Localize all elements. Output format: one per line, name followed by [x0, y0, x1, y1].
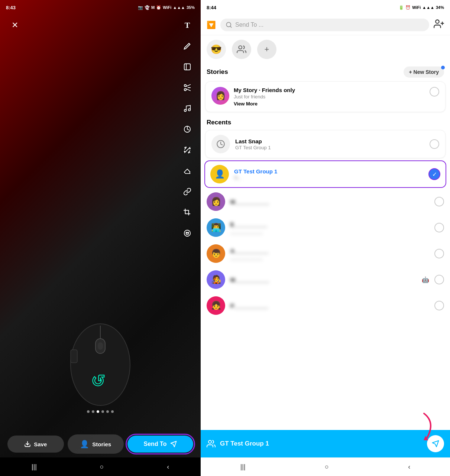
contact-5[interactable]: 🧑‍🎤 M___________ 🤖 — [201, 267, 450, 293]
quick-contact-add[interactable]: + — [257, 40, 276, 59]
add-friends-button[interactable] — [434, 19, 444, 31]
music-tool-icon[interactable] — [181, 102, 194, 115]
nav-back[interactable]: ‹ — [167, 463, 169, 471]
new-story-button[interactable]: + New Story — [404, 66, 444, 78]
draw-tool-icon[interactable] — [181, 39, 194, 53]
contact-3[interactable]: 👨‍💻 ह___________ ____________ — [201, 215, 450, 241]
contact-2[interactable]: 👩 M___________ — [201, 189, 450, 215]
dot-4 — [101, 410, 104, 413]
link-tool-icon[interactable] — [181, 185, 194, 198]
battery-left: 35% — [187, 5, 195, 10]
quick-contact-2[interactable] — [232, 40, 251, 59]
gt-group-sub: N... — [234, 175, 423, 180]
battery-right: 34% — [436, 5, 444, 10]
quick-contacts-row: 😎 + — [201, 35, 450, 63]
dots-indicator — [87, 410, 114, 413]
dot-1 — [87, 410, 90, 413]
magic-tool-icon[interactable] — [181, 143, 194, 157]
svg-line-26 — [230, 26, 231, 27]
my-story-subtitle: Just for friends — [234, 94, 425, 100]
nav-recent-apps-right[interactable]: ||| — [240, 463, 246, 471]
status-icons-right: 🔋 ⏰ WiFi ▲▲▲ 34% — [399, 5, 444, 10]
scissors-tool-icon[interactable] — [181, 81, 194, 94]
close-button[interactable]: ✕ — [7, 18, 22, 33]
status-bar-left: 8:43 📷 👻 M ⏰ WiFi ▲▲▲ 35% — [0, 0, 201, 15]
save-button[interactable]: Save — [7, 436, 64, 453]
view-more-link[interactable]: View More — [234, 101, 425, 107]
contact-5-checkbox[interactable] — [434, 275, 444, 284]
svg-point-22 — [188, 232, 189, 233]
last-snap-subtitle: GT Test Group 1 — [235, 145, 424, 150]
left-panel: ↺ 8:43 📷 👻 M ⏰ WiFi ▲▲▲ 35% ✕ T — [0, 0, 201, 476]
contact-3-sub: ____________ — [230, 228, 429, 234]
svg-point-33 — [208, 440, 211, 443]
last-snap-radio[interactable] — [430, 139, 439, 149]
send-to-button[interactable]: Send To — [127, 436, 193, 453]
send-arrow-icon — [432, 440, 439, 447]
filter-tool-icon[interactable] — [181, 123, 194, 136]
my-story-title: My Story · Friends only — [234, 87, 425, 93]
my-story-radio[interactable] — [430, 87, 439, 97]
eraser-tool-icon[interactable] — [181, 164, 194, 177]
right-panel: 8:44 🔋 ⏰ WiFi ▲▲▲ 34% 🔽 Send To ... 😎 + … — [201, 0, 450, 476]
gt-group-avatar: 👤 — [210, 165, 229, 183]
search-header: 🔽 Send To ... — [201, 15, 450, 35]
nav-bar-right: ||| ○ ‹ — [201, 457, 450, 476]
wifi-icon-right: WiFi — [412, 5, 421, 10]
search-placeholder: Send To ... — [235, 22, 263, 28]
nav-home[interactable]: ○ — [100, 463, 104, 471]
contact-4-checkbox[interactable] — [434, 249, 444, 258]
contact-4-name: A___________ — [230, 248, 429, 254]
recents-title: Recents — [207, 119, 231, 126]
contact-6[interactable]: 👧 P___________ — [201, 293, 450, 319]
gt-group-name: GT Test Group 1 — [234, 168, 423, 175]
time-left: 8:43 — [6, 5, 16, 10]
nav-back-right[interactable]: ‹ — [408, 463, 410, 471]
last-snap-card[interactable]: Last Snap GT Test Group 1 — [205, 130, 446, 158]
new-story-dot — [441, 66, 445, 69]
svg-line-11 — [186, 89, 190, 91]
stories-title: Stories — [207, 68, 228, 76]
dot-5 — [106, 410, 109, 413]
dot-3 — [97, 410, 99, 413]
my-story-card[interactable]: 👩 My Story · Friends only Just for frien… — [205, 81, 446, 112]
contact-3-name: ह___________ — [230, 221, 429, 228]
contact-5-name: M___________ — [230, 277, 417, 283]
contact-2-info: M___________ — [230, 199, 429, 205]
contact-6-checkbox[interactable] — [434, 301, 444, 310]
contact-list: 👤 GT Test Group 1 N... ✓ 👩 M___________ … — [201, 160, 450, 430]
text-tool-icon[interactable]: T — [181, 19, 194, 32]
snapchat-icon: 👻 — [145, 5, 150, 10]
svg-point-18 — [190, 148, 190, 149]
sticker-tool-icon[interactable] — [181, 60, 194, 74]
contact-3-info: ह___________ ____________ — [230, 221, 429, 234]
alarm-icon: ⏰ — [156, 5, 161, 10]
svg-point-21 — [186, 232, 187, 233]
gt-group-checkbox[interactable]: ✓ — [428, 168, 440, 180]
nav-home-right[interactable]: ○ — [325, 463, 329, 471]
contact-4-info: A___________ ____________ — [230, 248, 429, 260]
last-snap-avatar — [211, 135, 230, 153]
contact-gt-test-group[interactable]: 👤 GT Test Group 1 N... ✓ — [204, 160, 446, 188]
svg-point-13 — [184, 110, 187, 112]
contact-2-name: M___________ — [230, 199, 429, 205]
bottom-actions: Save 👤 Stories Send To — [0, 434, 201, 454]
nav-recent-apps[interactable]: ||| — [32, 463, 37, 471]
status-icons-left: 📷 👻 M ⏰ WiFi ▲▲▲ 35% — [138, 5, 195, 10]
contact-2-checkbox[interactable] — [434, 197, 444, 206]
last-snap-title: Last Snap — [235, 138, 424, 144]
send-bar-group-name: GT Test Group 1 — [220, 440, 423, 447]
svg-text:↺: ↺ — [91, 372, 105, 390]
contact-3-checkbox[interactable] — [434, 223, 444, 232]
emoji-tool-icon[interactable] — [181, 226, 194, 240]
contact-5-avatar: 🧑‍🎤 — [207, 270, 225, 289]
stories-button[interactable]: 👤 Stories — [68, 434, 124, 454]
crop-tool-icon[interactable] — [181, 206, 194, 219]
contact-6-info: P___________ — [230, 303, 429, 309]
contact-4[interactable]: 👦 A___________ ____________ — [201, 241, 450, 267]
search-bar[interactable]: Send To ... — [220, 19, 429, 31]
contact-6-name: P___________ — [230, 303, 429, 309]
svg-point-17 — [188, 152, 189, 153]
back-chevron[interactable]: 🔽 — [207, 20, 216, 29]
quick-contact-1[interactable]: 😎 — [207, 40, 226, 59]
